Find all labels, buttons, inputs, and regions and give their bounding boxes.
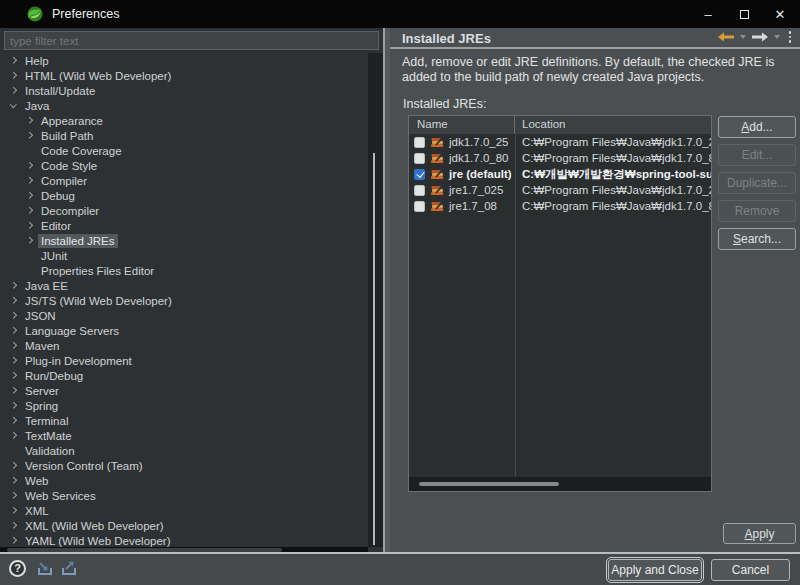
back-arrow-icon[interactable] (718, 32, 734, 42)
tree-item[interactable]: JUnit (0, 248, 368, 263)
tree-item[interactable]: Server (0, 383, 368, 398)
jre-name: jdk1.7.0_25 (449, 136, 508, 148)
tree-item[interactable]: Editor (0, 218, 368, 233)
tree-item[interactable]: Build Path (0, 128, 368, 143)
tree-item[interactable]: JSON (0, 308, 368, 323)
scrollbar-thumb[interactable] (373, 153, 375, 545)
dialog-footer: ? Apply and Close Cancel (0, 554, 800, 585)
forward-history-dropdown-icon[interactable] (774, 35, 780, 39)
tree-item[interactable]: TextMate (0, 428, 368, 443)
tree-item[interactable]: Decompiler (0, 203, 368, 218)
panel-sash[interactable] (383, 28, 390, 552)
tree-item[interactable]: Web (0, 473, 368, 488)
jre-table-row[interactable]: jre1.7_025 C:₩Program Files₩Java₩jdk1.7.… (409, 182, 711, 198)
chevron-icon (25, 161, 34, 170)
tree-item[interactable]: Version Control (Team) (0, 458, 368, 473)
installed-jres-page: Installed JREs Add, remove or edit JRE d… (390, 28, 800, 552)
tree-item[interactable]: Run/Debug (0, 368, 368, 383)
tree-item[interactable]: Java (0, 98, 368, 113)
tree-item[interactable]: Validation (0, 443, 368, 458)
jre-table-label: Installed JREs: (403, 97, 486, 111)
tree-item[interactable]: Installed JREs (0, 233, 368, 248)
chevron-icon (9, 281, 18, 290)
export-preferences-icon[interactable] (61, 561, 78, 576)
remove-button[interactable]: Remove (718, 200, 796, 222)
back-history-dropdown-icon[interactable] (740, 35, 746, 39)
tree-item[interactable]: JS/TS (Wild Web Developer) (0, 293, 368, 308)
close-button[interactable]: ✕ (760, 0, 800, 28)
chevron-icon (9, 491, 18, 500)
maximize-icon (740, 10, 749, 19)
jre-checkbox[interactable] (414, 153, 425, 164)
add-button[interactable]: Add... (718, 116, 796, 138)
view-menu-icon[interactable] (786, 31, 795, 43)
tree-item[interactable]: Language Servers (0, 323, 368, 338)
tree-item-label: Language Servers (22, 324, 122, 338)
scrollbar-thumb[interactable] (419, 482, 559, 486)
jre-checkbox[interactable] (414, 169, 425, 180)
tree-item-label: Decompiler (38, 204, 102, 218)
chevron-icon (25, 176, 34, 185)
tree-item[interactable]: Code Style (0, 158, 368, 173)
tree-item[interactable]: Install/Update (0, 83, 368, 98)
tree-item-label: TextMate (22, 429, 75, 443)
tree-item[interactable]: Help (0, 53, 368, 68)
tree-item[interactable]: YAML (Wild Web Developer) (0, 533, 368, 547)
jre-checkbox[interactable] (414, 137, 425, 148)
table-body: jdk1.7.0_25 C:₩Program Files₩Java₩jdk1.7… (409, 134, 711, 477)
tree-item[interactable]: HTML (Wild Web Developer) (0, 68, 368, 83)
forward-arrow-icon[interactable] (752, 32, 768, 42)
tree-item[interactable]: Maven (0, 338, 368, 353)
tree-item[interactable]: Java EE (0, 278, 368, 293)
column-header-name[interactable]: Name (409, 116, 515, 134)
apply-and-close-button[interactable]: Apply and Close (608, 559, 702, 581)
edit-button[interactable]: Edit... (718, 144, 796, 166)
tree-item-label: JS/TS (Wild Web Developer) (22, 294, 175, 308)
chevron-icon (9, 416, 18, 425)
jre-checkbox[interactable] (414, 185, 425, 196)
tree-vertical-scrollbar[interactable] (368, 53, 383, 547)
tree-item[interactable]: Compiler (0, 173, 368, 188)
tree-item[interactable]: Terminal (0, 413, 368, 428)
jre-location: C:₩개발₩개발환경₩spring-tool-suite-4-4 (515, 167, 711, 182)
tree-item[interactable]: Debug (0, 188, 368, 203)
titlebar: Preferences – ✕ (0, 0, 800, 28)
minimize-button[interactable]: – (688, 0, 728, 28)
jre-table-row[interactable]: jdk1.7.0_80 C:₩Program Files₩Java₩jdk1.7… (409, 150, 711, 166)
search-button[interactable]: Search... (718, 228, 796, 250)
tree-item-label: Terminal (22, 414, 71, 428)
apply-button[interactable]: Apply (723, 523, 796, 544)
duplicate-button[interactable]: Duplicate... (718, 172, 796, 194)
tree-item[interactable]: Plug-in Development (0, 353, 368, 368)
jre-checkbox[interactable] (414, 201, 425, 212)
import-preferences-icon[interactable] (37, 561, 54, 576)
jre-icon (430, 136, 445, 148)
jre-name: jdk1.7.0_80 (449, 152, 508, 164)
jre-table-row[interactable]: jre (default) C:₩개발₩개발환경₩spring-tool-sui… (409, 166, 711, 182)
jre-actions: Add...Edit...Duplicate...RemoveSearch... (718, 116, 796, 256)
chevron-icon (25, 236, 34, 245)
tree-item[interactable]: Properties Files Editor (0, 263, 368, 278)
page-header: Installed JREs (390, 28, 800, 49)
cancel-button[interactable]: Cancel (711, 559, 790, 581)
tree-item[interactable]: XML (0, 503, 368, 518)
tree-item-label: Properties Files Editor (38, 264, 157, 278)
maximize-button[interactable] (724, 0, 764, 28)
filter-input[interactable] (4, 31, 379, 50)
tree-item[interactable]: Spring (0, 398, 368, 413)
jre-table: Name Location jdk1.7.0_25 C:₩Program Fil… (408, 115, 712, 492)
table-horizontal-scrollbar[interactable] (409, 477, 711, 491)
help-icon[interactable]: ? (9, 560, 26, 577)
jre-icon (430, 168, 445, 180)
tree-item-label: Compiler (38, 174, 90, 188)
jre-table-row[interactable]: jdk1.7.0_25 C:₩Program Files₩Java₩jdk1.7… (409, 134, 711, 150)
tree-item-label: Validation (22, 444, 78, 458)
tree-item-label: Help (22, 54, 52, 68)
jre-table-row[interactable]: jre1.7_08 C:₩Program Files₩Java₩jdk1.7.0… (409, 198, 711, 214)
jre-name: jre (default) (449, 168, 512, 180)
column-header-location[interactable]: Location (515, 116, 711, 134)
tree-item[interactable]: XML (Wild Web Developer) (0, 518, 368, 533)
tree-item[interactable]: Appearance (0, 113, 368, 128)
tree-item[interactable]: Code Coverage (0, 143, 368, 158)
tree-item[interactable]: Web Services (0, 488, 368, 503)
